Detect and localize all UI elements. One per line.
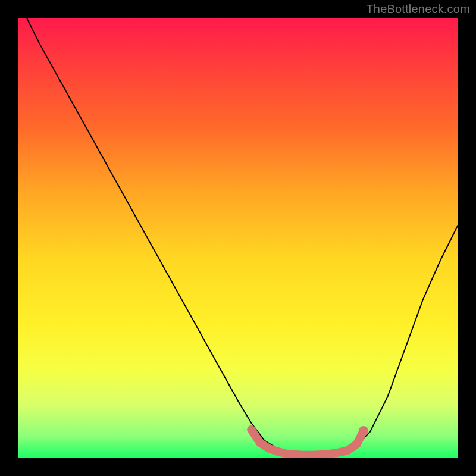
bottleneck-curve-line (27, 18, 458, 456)
watermark-brand: TheBottleneck.com (366, 2, 470, 16)
chart-frame: TheBottleneck.com (0, 0, 476, 476)
gradient-plot-area (18, 18, 458, 458)
optimal-band-end-dot (359, 426, 368, 436)
curve-svg (18, 18, 458, 458)
